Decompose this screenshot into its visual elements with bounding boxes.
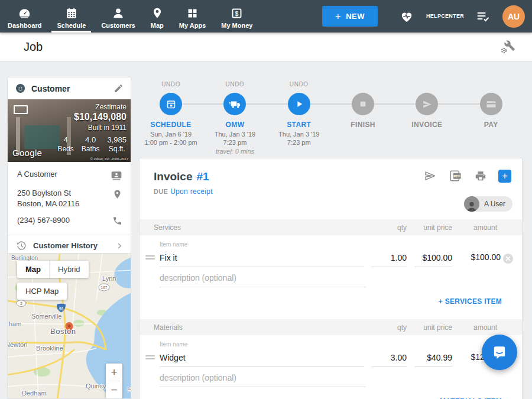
address-line2: Boston, MA 02116 (17, 199, 79, 208)
finish-step-button[interactable] (352, 93, 374, 115)
timeline-step-pay: PAY (459, 81, 523, 155)
materials-header: Materials (154, 323, 364, 332)
timeline-step-finish: FINISH (331, 81, 395, 155)
play-icon (294, 99, 304, 109)
contact-card-icon[interactable] (111, 169, 122, 181)
calendar-icon (65, 6, 78, 20)
schedule-step-button[interactable] (160, 93, 182, 115)
omw-date-line1: Thu, Jan 3 '19 (215, 131, 255, 138)
undo-start-link[interactable]: UNDO (267, 81, 331, 89)
undo-schedule-link[interactable]: UNDO (139, 81, 203, 89)
timeline-step-start: UNDO START Thu, Jan 3 '19 7:23 pm (267, 81, 331, 155)
task-list-icon[interactable] (476, 11, 491, 22)
timeline-step-omw: UNDO OMW Thu, Jan 3 '19 7:23 pm travel: … (203, 81, 267, 155)
undo-omw-link[interactable]: UNDO (203, 81, 267, 89)
customer-card-title: Customer (31, 84, 70, 93)
help-center-line1: HELP (426, 13, 441, 20)
location-pin-icon[interactable] (112, 188, 122, 200)
timeline-step-invoice: INVOICE (395, 81, 459, 155)
drag-handle-icon[interactable] (145, 353, 155, 361)
help-center-line2: CENTER (441, 13, 464, 20)
nav-tab-map[interactable]: Map (143, 0, 171, 33)
nav-tab-my-apps[interactable]: My Apps (171, 0, 213, 33)
drag-handle-icon[interactable] (145, 254, 155, 261)
due-label: DUE (154, 188, 168, 195)
invoice-card: Invoice #1 DUEUpon receipt PDF + (139, 158, 523, 399)
materials-col-qty: qty (371, 323, 407, 332)
customer-card: Customer Zestimate $10,149,080 Built in … (7, 77, 131, 257)
map-zoom-in-button[interactable]: + (106, 364, 122, 381)
add-materials-row: + MATERIALS ITEM (140, 387, 522, 399)
map-label-brookline: Brookline (36, 345, 63, 352)
nav-tab-schedule[interactable]: Schedule (49, 0, 93, 33)
materials-unit-price-input[interactable] (414, 352, 452, 367)
sqft-value: 3,985 (107, 135, 126, 144)
nav-label-customers: Customers (101, 22, 135, 29)
nav-label-schedule: Schedule (57, 22, 86, 29)
svg-text:$: $ (235, 10, 239, 17)
omw-step-button[interactable] (223, 93, 246, 115)
services-description-input[interactable] (160, 272, 366, 287)
customer-info: A Customer 250 Boylston St Boston, MA 02… (8, 162, 131, 235)
user-avatar[interactable]: AU (502, 5, 525, 28)
materials-description-row (140, 367, 522, 387)
property-photo[interactable]: Zestimate $10,149,080 Built in 1911 4Bed… (8, 99, 131, 162)
omw-step-date: Thu, Jan 3 '19 7:23 pm (203, 131, 267, 147)
chat-messenger-button[interactable] (482, 335, 517, 370)
health-heart-icon[interactable] (399, 9, 414, 24)
hcp-map-button[interactable]: HCP Map (17, 283, 67, 300)
map-label-boston: Boston (50, 327, 76, 336)
schedule-date-line2: 1:00 pm - 2:00 pm (145, 139, 197, 146)
materials-header-band: Materials qty unit price amount (140, 319, 522, 335)
invoice-step-button[interactable] (416, 93, 438, 115)
nav-tab-my-money[interactable]: $ My Money (213, 0, 260, 33)
services-item-row: Item name $100.00 (140, 235, 522, 267)
add-invoice-item-button[interactable]: + (498, 170, 511, 183)
property-stats: 4Beds 4.0Baths 3,985Sq.ft. (57, 135, 126, 153)
invoice-number-link[interactable]: #1 (196, 170, 209, 183)
map-type-map-button[interactable]: Map (17, 261, 49, 278)
due-value-link[interactable]: Upon receipt (170, 187, 213, 196)
pdf-icon[interactable]: PDF (449, 169, 463, 183)
map-type-hybrid-button[interactable]: Hybrid (49, 261, 89, 278)
person-icon (112, 6, 125, 20)
map-type-toggle: Map Hybrid (17, 261, 89, 278)
zillow-copyright: © Zillow, Inc. 2006-2017 (90, 157, 128, 161)
start-step-button[interactable] (288, 93, 310, 115)
nav-tab-customers[interactable]: Customers (93, 0, 142, 33)
page-title: Job (24, 40, 43, 54)
send-invoice-icon[interactable] (423, 170, 437, 182)
map-widget[interactable]: 93 107 2 Burlington Lynn Somerville ham … (7, 253, 131, 399)
dashboard-gauge-icon (18, 6, 31, 20)
chat-bubble-icon (491, 343, 508, 361)
customer-card-header: Customer (8, 77, 131, 99)
map-zoom-out-button[interactable]: − (106, 381, 122, 398)
assignee-pill[interactable]: A User (464, 196, 512, 212)
pay-step-button[interactable] (480, 93, 502, 115)
invoice-title: Invoice (154, 170, 192, 183)
app-screen: Dashboard Schedule Customers Map (0, 0, 532, 399)
omw-travel-time: travel: 0 mins (203, 148, 267, 155)
assignee-avatar-icon (464, 196, 479, 212)
customer-address-row: 250 Boylston St Boston, MA 02116 (17, 188, 122, 209)
help-center-link[interactable]: HELP CENTER (426, 13, 464, 20)
materials-description-input[interactable] (160, 372, 366, 387)
plus-icon: + (335, 11, 341, 21)
print-icon[interactable] (474, 170, 487, 183)
services-qty-input[interactable] (371, 252, 407, 267)
edit-pencil-icon[interactable] (113, 83, 124, 93)
materials-qty-input[interactable] (371, 352, 407, 367)
remove-services-item-icon[interactable] (501, 253, 515, 267)
svg-text:107: 107 (101, 286, 108, 290)
phone-icon[interactable] (112, 215, 122, 226)
nav-tab-dashboard[interactable]: Dashboard (0, 0, 49, 33)
nav-label-my-money: My Money (221, 22, 252, 29)
new-button[interactable]: + NEW (322, 6, 378, 27)
job-settings-wrench-gear-icon[interactable] (499, 40, 515, 54)
street-view-frame-icon[interactable] (14, 105, 28, 114)
services-unit-price-input[interactable] (414, 252, 452, 267)
materials-item-name-input[interactable] (160, 352, 364, 367)
add-services-item-link[interactable]: + SERVICES ITEM (439, 297, 502, 306)
avatar-initials: AU (508, 12, 520, 21)
services-item-name-input[interactable] (160, 252, 364, 267)
